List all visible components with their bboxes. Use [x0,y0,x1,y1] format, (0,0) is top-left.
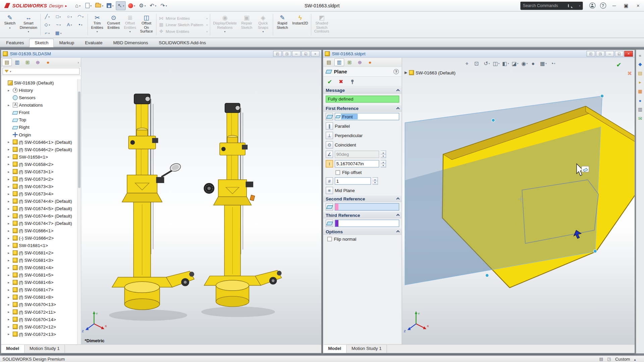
dropdown-arrow-icon[interactable]: ▾ [545,62,547,65]
dropdown-arrow-icon[interactable]: ▾ [263,30,264,32]
unit-dropdown-icon[interactable] [634,356,636,361]
dropdown-arrow-icon[interactable]: ▾ [59,15,61,18]
angle-spinner[interactable] [381,150,386,158]
offset-distance-input[interactable] [335,160,379,168]
tree-item[interactable]: History [1,86,81,94]
expand-arrow-icon[interactable] [8,207,11,210]
tree-scrollbar[interactable] [77,79,81,344]
tree-item[interactable]: (f) SW-01658<2> [1,161,81,168]
tree-item[interactable]: (f) SW-01674<7> (Default) [1,220,81,227]
minimize[interactable]: ─ [608,0,620,11]
third-reference-section-header[interactable]: Third Reference [323,212,402,219]
minimize[interactable]: ─ [605,51,614,57]
assembly-viewport-canvas[interactable]: Y X Z [81,58,321,345]
view-palette[interactable]: ▦ [637,88,643,94]
dropdown-arrow-icon[interactable]: ▾ [206,17,208,20]
command-tab[interactable]: SOLIDWORKS Add-Ins [153,39,211,47]
tree-item[interactable]: (f) SW-01681<8> [1,294,81,301]
pin-icon[interactable] [350,79,355,84]
tree-item[interactable]: Sensors [1,94,81,101]
third-reference-input[interactable] [335,220,399,227]
tree-item[interactable]: (f) SW-01681<4> [1,264,81,271]
command-tab[interactable]: Sketch [29,39,54,47]
part-viewport[interactable]: Y X Z ⌖ ▾ [402,58,635,345]
3dexperience[interactable]: ◆ [637,61,643,67]
ribbon-button[interactable]: ϟ Instant2D ▾ [290,12,310,37]
tree-item[interactable]: (f) SW-01681<2> [1,249,81,256]
qat-button[interactable]: ▾ [127,1,137,10]
command-tab[interactable]: MBD Dimensions [108,39,154,47]
tree-item[interactable]: (f) SW-01681<3> [1,256,81,264]
restore[interactable]: ▣ [620,0,632,11]
help-icon[interactable]: ? [393,69,399,74]
tree-item[interactable]: (-) SW-01666<2> [1,234,81,242]
dropdown-arrow-icon[interactable]: ▾ [206,30,208,33]
design-library[interactable]: ▤ [637,70,643,76]
expand-arrow-icon[interactable] [8,103,11,107]
edit-appearance[interactable]: ● ▾ [530,60,538,67]
plane-count-input[interactable] [335,177,371,185]
dropdown-arrow-icon[interactable]: ▾ [79,4,80,7]
expand-arrow-icon[interactable]: ▶ [405,71,407,75]
expand-arrow-icon[interactable] [8,273,11,277]
custom-properties[interactable]: ▥ [637,106,643,112]
expand-arrow-icon[interactable] [8,236,11,240]
dropdown-arrow-icon[interactable]: ▾ [508,62,509,65]
constraint-row[interactable]: ⊥ Perpendicular [323,130,402,140]
ribbon-button[interactable]: ◫ Offset On Surface ▾ [138,12,155,37]
command-tab[interactable]: Evaluate [79,39,108,47]
dropdown-arrow-icon[interactable]: ▾ [224,30,226,32]
constraint-row[interactable]: ∥ Parallel [323,121,402,130]
zoom-to-area[interactable]: ⊡ ▾ [473,60,481,67]
status-properties-icon[interactable]: ▤ [599,357,603,361]
grid[interactable]: ▦ ▾ [53,29,64,37]
configurationmanager-tab[interactable]: ⊞ [344,58,354,66]
expand-arrow-icon[interactable] [8,222,11,225]
first-reference-input[interactable]: Front [335,113,399,120]
expand-arrow-icon[interactable] [8,170,11,173]
sketch-fillet[interactable]: ⌐ ▾ [42,29,53,37]
assembly-model-1[interactable] [109,94,194,321]
dropdown-arrow-icon[interactable]: ▾ [526,62,528,65]
second-reference-section-header[interactable]: Second Reference [323,195,402,202]
dropdown-arrow-icon[interactable]: ▾ [70,15,72,18]
viewport-feature-tree[interactable]: ▶ SW-01663 (Default) [405,70,455,75]
expand-arrow-icon[interactable] [8,317,11,321]
expand-arrow-icon[interactable] [8,214,11,218]
text[interactable]: A ▾ [64,20,75,28]
ribbon-button[interactable]: ✂ Trim Entities ▾ [89,12,105,37]
ribbon-button[interactable]: ▣ Repair Sketch ▾ [238,12,255,37]
dropdown-arrow-icon[interactable]: ▾ [102,4,103,7]
message-section-header[interactable]: Message [323,86,402,94]
expand-arrow-icon[interactable] [8,303,11,306]
confirmation-ok-icon[interactable] [616,61,621,68]
help-button[interactable]: ? [598,0,608,11]
dropdown-arrow-icon[interactable]: ▾ [48,32,50,35]
close[interactable]: × [624,51,633,57]
ribbon-button[interactable]: ⊙ Convert Entities ▾ [105,12,122,37]
ribbon-row-button[interactable]: ▦ Linear Sketch Pattern ▾ [158,22,208,27]
tree-item[interactable]: Origin [1,131,81,138]
tree-item[interactable]: (f) SW-01646<2> (Default) [1,146,81,153]
spline[interactable]: ~ ▾ [53,20,64,28]
configurationmanager-tab[interactable]: ⊞ [22,58,32,66]
hide-show-items[interactable]: ◉ ▾ [520,60,528,67]
expand-arrow-icon[interactable] [8,184,11,188]
view-orientation[interactable]: ◧ ▾ [501,60,509,67]
tree-item[interactable]: (f) SW-01681<5> [1,271,81,279]
propertymanager-tab[interactable]: ▥ [334,58,344,66]
qat-button[interactable]: ↖ ▾ [116,1,126,10]
ribbon-button[interactable]: ◈ Quick Snaps ▾ [255,12,271,37]
qat-button[interactable]: ▾ [105,1,115,10]
expand-arrow-icon[interactable] [8,266,11,269]
tree-item[interactable]: Top [1,116,81,124]
dropdown-arrow-icon[interactable]: ▾ [28,30,29,32]
dropdown-arrow-icon[interactable]: ▾ [123,4,124,7]
qat-button[interactable]: ↶ ▾ [148,1,158,10]
display-style[interactable]: ◪ ▾ [511,60,519,67]
flip-offset-checkbox[interactable] [335,170,340,175]
file-explorer[interactable]: ▸ [637,79,643,85]
dropdown-arrow-icon[interactable]: ▾ [206,23,208,26]
tile[interactable]: ◰ [273,51,282,57]
expand-arrow-icon[interactable] [8,281,11,284]
